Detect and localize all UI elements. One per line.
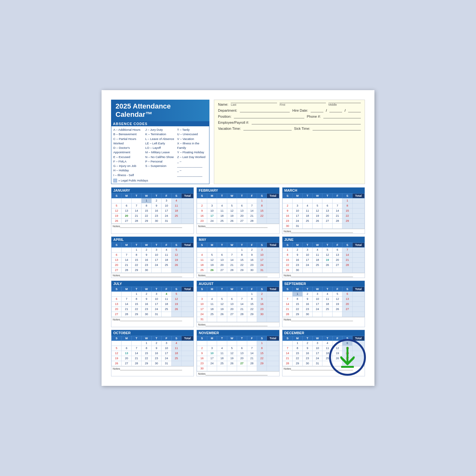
calendar-day[interactable]: 20 (122, 213, 131, 218)
calendar-day[interactable]: 26 (171, 262, 181, 268)
calendar-day[interactable]: 28 (282, 312, 292, 317)
calendar-day[interactable]: 23 (197, 218, 207, 223)
calendar-day[interactable]: 5 (207, 252, 217, 257)
calendar-day[interactable]: 13 (237, 208, 247, 213)
calendar-day[interactable]: 20 (112, 307, 122, 312)
calendar-day[interactable]: 13 (332, 252, 342, 257)
calendar-day[interactable]: 13 (122, 208, 131, 213)
calendar-day[interactable]: 3 (313, 291, 322, 296)
calendar-day[interactable] (207, 198, 217, 203)
calendar-day[interactable]: 5 (227, 346, 237, 351)
calendar-day[interactable]: 8 (131, 252, 141, 257)
calendar-day[interactable]: 9 (142, 252, 151, 257)
calendar-day[interactable]: 10 (162, 346, 171, 351)
calendar-day[interactable]: 6 (112, 296, 122, 301)
calendar-day[interactable]: 27 (112, 268, 122, 273)
calendar-day[interactable] (197, 198, 207, 203)
calendar-day[interactable] (171, 312, 181, 317)
calendar-day[interactable]: 23 (302, 356, 312, 361)
calendar-day[interactable]: 15 (131, 257, 141, 262)
calendar-day[interactable]: 8 (237, 252, 247, 257)
calendar-day[interactable]: 8 (257, 346, 267, 351)
calendar-day[interactable]: 27 (217, 268, 227, 273)
calendar-day[interactable]: 29 (131, 268, 141, 273)
calendar-day[interactable] (227, 198, 237, 203)
calendar-day[interactable] (322, 312, 332, 317)
calendar-day[interactable]: 8 (293, 346, 302, 351)
calendar-day[interactable]: 28 (122, 312, 131, 317)
calendar-day[interactable]: 9 (142, 296, 151, 301)
calendar-day[interactable] (332, 268, 342, 273)
calendar-day[interactable]: 9 (247, 252, 257, 257)
calendar-day[interactable]: 14 (122, 257, 131, 262)
calendar-day[interactable]: 5 (112, 346, 122, 351)
emp-underline[interactable] (252, 124, 361, 124)
calendar-day[interactable] (122, 198, 131, 203)
calendar-day[interactable] (313, 312, 322, 317)
calendar-day[interactable] (112, 198, 122, 203)
calendar-day[interactable] (217, 291, 227, 296)
calendar-day[interactable]: 26 (322, 262, 332, 268)
calendar-day[interactable]: 3 (162, 340, 171, 346)
calendar-day[interactable]: 21 (282, 356, 292, 361)
calendar-day[interactable] (131, 198, 141, 203)
calendar-day[interactable] (197, 340, 207, 346)
calendar-day[interactable]: 10 (302, 252, 312, 257)
calendar-day[interactable] (237, 291, 247, 296)
calendar-day[interactable]: 24 (162, 356, 171, 361)
calendar-day[interactable] (322, 198, 332, 203)
calendar-day[interactable]: 26 (313, 218, 322, 223)
calendar-day[interactable]: 11 (217, 351, 227, 356)
calendar-day[interactable]: 6 (237, 203, 247, 208)
calendar-day[interactable]: 1 (247, 291, 257, 296)
calendar-day[interactable]: 30 (293, 268, 302, 273)
calendar-day[interactable] (237, 340, 247, 346)
calendar-day[interactable]: 17 (313, 351, 322, 356)
calendar-day[interactable]: 14 (342, 252, 352, 257)
calendar-day[interactable]: 20 (342, 301, 352, 307)
calendar-day[interactable]: 23 (282, 218, 292, 223)
calendar-day[interactable] (122, 247, 131, 252)
calendar-day[interactable]: 22 (131, 262, 141, 268)
calendar-day[interactable]: 19 (227, 356, 237, 361)
calendar-day[interactable]: 19 (207, 262, 217, 268)
calendar-day[interactable]: 16 (197, 356, 207, 361)
calendar-day[interactable] (247, 340, 257, 346)
calendar-day[interactable]: 16 (151, 208, 161, 213)
calendar-day[interactable]: 9 (197, 208, 207, 213)
calendar-day[interactable] (282, 340, 292, 346)
calendar-day[interactable]: 31 (162, 218, 171, 223)
calendar-day[interactable]: 1 (293, 291, 302, 296)
calendar-day[interactable] (197, 247, 207, 252)
calendar-day[interactable]: 16 (151, 351, 161, 356)
calendar-day[interactable]: 1 (131, 291, 141, 296)
calendar-day[interactable]: 6 (237, 346, 247, 351)
calendar-day[interactable]: 28 (122, 268, 131, 273)
calendar-day[interactable] (207, 291, 217, 296)
calendar-day[interactable]: 7 (247, 203, 257, 208)
calendar-day[interactable]: 11 (171, 203, 181, 208)
calendar-day[interactable]: 11 (171, 346, 181, 351)
calendar-day[interactable]: 24 (197, 312, 207, 317)
calendar-day[interactable]: 10 (293, 208, 302, 213)
calendar-day[interactable]: 6 (332, 247, 342, 252)
calendar-day[interactable]: 12 (322, 252, 332, 257)
calendar-day[interactable]: 9 (257, 296, 267, 301)
calendar-day[interactable]: 22 (142, 213, 151, 218)
calendar-day[interactable]: 2 (257, 291, 267, 296)
calendar-day[interactable]: 12 (217, 301, 227, 307)
sick-underline[interactable] (313, 130, 361, 130)
calendar-day[interactable]: 15 (247, 301, 257, 307)
calendar-day[interactable]: 15 (142, 351, 151, 356)
calendar-day[interactable] (207, 247, 217, 252)
calendar-day[interactable] (313, 223, 322, 228)
calendar-day[interactable] (247, 366, 257, 371)
calendar-day[interactable]: 15 (142, 208, 151, 213)
calendar-day[interactable]: 22 (247, 307, 257, 312)
calendar-day[interactable] (227, 247, 237, 252)
calendar-day[interactable]: 19 (332, 301, 342, 307)
calendar-day[interactable]: 2 (197, 346, 207, 351)
calendar-day[interactable]: 30 (282, 223, 292, 228)
calendar-day[interactable] (217, 247, 227, 252)
calendar-day[interactable]: 26 (207, 268, 217, 273)
